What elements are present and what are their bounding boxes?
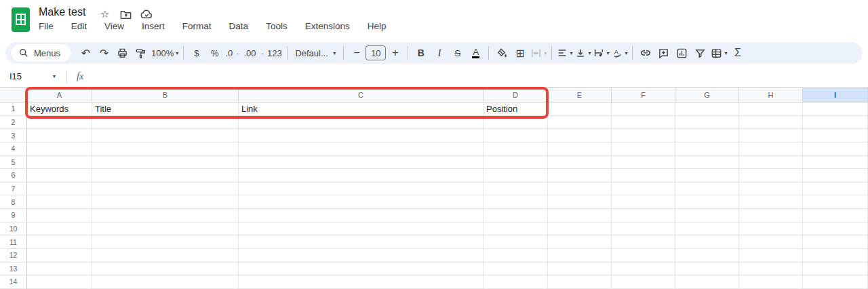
column-header-b[interactable]: B (92, 88, 239, 102)
bold-button[interactable]: B (412, 44, 430, 62)
cell-G9[interactable] (675, 209, 739, 223)
increase-decimal-button[interactable]: .00 → (242, 44, 265, 62)
cell-B12[interactable] (92, 249, 239, 263)
text-rotation-button[interactable]: A ▾ (610, 44, 629, 62)
decrease-decimal-button[interactable]: .0 ← (224, 44, 242, 62)
cell-I5[interactable] (803, 156, 868, 170)
column-header-f[interactable]: F (612, 88, 675, 102)
cell-E2[interactable] (548, 116, 612, 130)
cell-G1[interactable] (675, 102, 739, 116)
column-header-a[interactable]: A (27, 88, 92, 102)
cell-E4[interactable] (548, 142, 612, 156)
cell-G11[interactable] (675, 235, 739, 249)
cell-B10[interactable] (92, 223, 239, 236)
vertical-align-button[interactable]: ▾ (574, 44, 592, 62)
print-button[interactable] (113, 44, 132, 62)
cell-B6[interactable] (92, 169, 239, 182)
create-filter-button[interactable] (691, 44, 709, 62)
cell-A13[interactable] (27, 263, 92, 276)
cell-A10[interactable] (27, 223, 92, 236)
cell-F11[interactable] (612, 235, 675, 249)
cell-C8[interactable] (239, 195, 484, 209)
document-title[interactable]: Make test (39, 6, 85, 18)
cell-F1[interactable] (612, 102, 675, 116)
cell-D1[interactable]: Position (484, 102, 548, 116)
fill-color-button[interactable] (492, 44, 511, 62)
cell-D10[interactable] (484, 223, 548, 236)
insert-chart-button[interactable] (673, 44, 691, 62)
cell-C11[interactable] (239, 235, 484, 249)
cell-F7[interactable] (612, 182, 675, 196)
cell-C7[interactable] (239, 182, 484, 196)
cell-B7[interactable] (92, 182, 239, 196)
text-color-button[interactable]: A (467, 44, 485, 62)
cell-D13[interactable] (484, 263, 548, 276)
increase-font-size-button[interactable]: + (386, 44, 404, 62)
cell-E1[interactable] (548, 102, 612, 116)
cell-B14[interactable] (92, 275, 239, 289)
cell-I7[interactable] (803, 182, 868, 196)
star-icon[interactable]: ☆ (100, 8, 109, 20)
cell-A5[interactable] (27, 156, 92, 170)
cell-B4[interactable] (92, 142, 239, 156)
insert-comment-button[interactable] (654, 44, 673, 62)
cell-A12[interactable] (27, 249, 92, 263)
menu-item-extensions[interactable]: Extensions (305, 21, 350, 31)
cell-E3[interactable] (548, 129, 612, 142)
cell-E6[interactable] (548, 169, 612, 182)
cell-H14[interactable] (739, 275, 803, 289)
cell-A1[interactable]: Keywords (27, 102, 92, 116)
font-size-input[interactable]: 10 (366, 45, 386, 60)
menu-item-data[interactable]: Data (229, 21, 249, 31)
cell-B1[interactable]: Title (92, 102, 239, 116)
column-header-e[interactable]: E (548, 88, 612, 102)
cell-G6[interactable] (675, 169, 739, 182)
zoom-select[interactable]: 100% ▾ (150, 44, 180, 62)
cell-B5[interactable] (92, 156, 239, 170)
text-wrapping-button[interactable]: ▾ (592, 44, 610, 62)
cell-C14[interactable] (239, 275, 484, 289)
cell-H5[interactable] (739, 156, 803, 170)
row-header-2[interactable]: 2 (0, 116, 27, 130)
menu-item-file[interactable]: File (39, 21, 54, 31)
cell-F6[interactable] (612, 169, 675, 182)
horizontal-align-button[interactable]: ▾ (555, 44, 574, 62)
cell-A7[interactable] (27, 182, 92, 196)
cell-A8[interactable] (27, 195, 92, 209)
menu-item-format[interactable]: Format (182, 21, 212, 31)
cell-G3[interactable] (675, 129, 739, 142)
select-all-corner[interactable] (0, 88, 27, 102)
cell-D11[interactable] (484, 235, 548, 249)
cell-E5[interactable] (548, 156, 612, 170)
cell-D7[interactable] (484, 182, 548, 196)
cell-D4[interactable] (484, 142, 548, 156)
cell-A6[interactable] (27, 169, 92, 182)
column-header-h[interactable]: H (739, 88, 803, 102)
cell-C2[interactable] (239, 116, 484, 130)
cell-I8[interactable] (803, 195, 868, 209)
cell-B8[interactable] (92, 195, 239, 209)
row-header-10[interactable]: 10 (0, 223, 27, 236)
cell-I12[interactable] (803, 249, 868, 263)
cell-E7[interactable] (548, 182, 612, 196)
row-header-4[interactable]: 4 (0, 142, 27, 156)
cell-G7[interactable] (675, 182, 739, 196)
cell-A2[interactable] (27, 116, 92, 130)
borders-button[interactable]: ⊞ (511, 44, 529, 62)
cell-E11[interactable] (548, 235, 612, 249)
redo-button[interactable]: ↷ (95, 44, 113, 62)
column-header-g[interactable]: G (675, 88, 739, 102)
cell-D9[interactable] (484, 209, 548, 223)
font-family-select[interactable]: Defaul... ▾ (291, 44, 340, 62)
cell-G5[interactable] (675, 156, 739, 170)
cell-E8[interactable] (548, 195, 612, 209)
cell-E13[interactable] (548, 263, 612, 276)
cell-D12[interactable] (484, 249, 548, 263)
cell-C3[interactable] (239, 129, 484, 142)
cell-G10[interactable] (675, 223, 739, 236)
row-header-12[interactable]: 12 (0, 249, 27, 263)
cell-B9[interactable] (92, 209, 239, 223)
undo-button[interactable]: ↶ (77, 44, 95, 62)
cell-D14[interactable] (484, 275, 548, 289)
cell-H10[interactable] (739, 223, 803, 236)
